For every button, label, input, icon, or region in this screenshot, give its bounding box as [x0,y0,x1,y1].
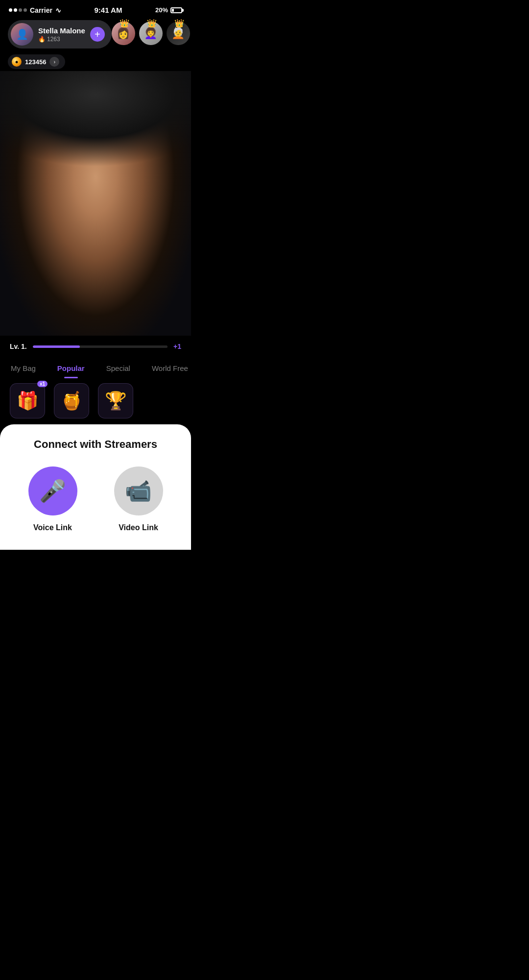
status-bar: Carrier ∿ 9:41 AM 20% [0,0,191,17]
status-right: 20% [155,6,182,14]
streamer-info: Stella Malone 🔥 1263 [38,26,85,43]
crown-silver-icon: 👑 [147,19,157,28]
level-label: Lv. 1. [10,343,27,350]
signal-dot-4 [24,8,27,12]
fire-icon: 🔥 [38,36,46,43]
streamer-name: Stella Malone [38,26,85,35]
streamer-card[interactable]: 👤 Stella Malone 🔥 1263 + [8,20,112,49]
add-streamer-button[interactable]: + [90,27,105,42]
crown-viewers: 👑 👩 👑 👩‍🦱 👑 🧑‍🦳 ✕ [112,22,191,47]
signal-strength [9,8,27,12]
battery-body [170,7,182,13]
streamer-face-bg [0,71,191,336]
video-area [0,71,191,336]
tab-worldfree[interactable]: World Free [141,361,191,375]
microphone-icon: 🎤 [39,480,66,502]
level-progress-fill [33,345,80,348]
connect-options: 🎤 Voice Link 📹 Video Link [10,466,181,532]
voice-link-button[interactable]: 🎤 [28,466,77,515]
gift-item-2[interactable]: 🍯 [52,383,91,418]
wifi-icon: ∿ [55,6,61,14]
gift-item-3[interactable]: 🏆 [96,383,135,418]
level-plus: +1 [173,343,181,350]
gift-item-1[interactable]: 🎁 x1 [8,383,47,418]
coin-arrow-icon: › [49,57,59,67]
coin-value: 123456 [25,58,46,66]
video-link-button[interactable]: 📹 [114,466,163,515]
status-left: Carrier ∿ [9,6,61,14]
video-link-label: Video Link [119,523,158,532]
carrier-label: Carrier [30,6,52,14]
crown-gold-icon: 👑 [120,19,129,28]
gift-row: 🎁 x1 🍯 🏆 [0,378,191,424]
tab-mybag[interactable]: My Bag [0,361,47,375]
gift-box-3: 🏆 [98,383,133,418]
voice-link-option[interactable]: 🎤 Voice Link [28,466,77,532]
gift-tabs: My Bag Popular Special World Free Fi... [0,355,191,378]
connect-panel: Connect with Streamers 🎤 Voice Link 📹 Vi… [0,424,191,550]
viewer-rank-2[interactable]: 👑 👩‍🦱 [139,22,165,47]
level-bar-area: Lv. 1. +1 [0,336,191,355]
streamer-face-portrait [0,71,191,336]
crown-bronze-icon: 👑 [174,19,184,28]
gift-box-1: 🎁 x1 [10,383,45,418]
battery-percent: 20% [155,6,168,14]
coin-strip: ● 123456 › [0,52,191,71]
face-hat [0,71,191,190]
connect-title: Connect with Streamers [10,438,181,451]
streamer-avatar: 👤 [11,23,33,46]
camera-icon: 📹 [125,480,152,502]
coin-pill[interactable]: ● 123456 › [8,54,65,69]
video-link-option[interactable]: 📹 Video Link [114,466,163,532]
viewer-rank-1[interactable]: 👑 👩 [112,22,137,47]
viewer-rank-3[interactable]: 👑 🧑‍🦳 [167,22,191,47]
tab-popular[interactable]: Popular [47,361,96,375]
level-progress-track [33,345,168,348]
top-overlay: 👤 Stella Malone 🔥 1263 + 👑 👩 👑 👩‍🦱 👑 🧑‍🦳… [0,17,191,52]
streamer-score-value: 1263 [47,36,60,43]
status-time: 9:41 AM [94,6,122,14]
streamer-score: 🔥 1263 [38,36,85,43]
tab-special[interactable]: Special [96,361,141,375]
battery-fill [172,9,174,12]
battery-icon [170,7,182,13]
signal-dot-2 [14,8,17,12]
gift-badge-1: x1 [37,381,48,387]
gift-box-2: 🍯 [54,383,89,418]
coin-icon: ● [12,57,22,67]
signal-dot-3 [19,8,22,12]
voice-link-label: Voice Link [33,523,72,532]
signal-dot-1 [9,8,12,12]
